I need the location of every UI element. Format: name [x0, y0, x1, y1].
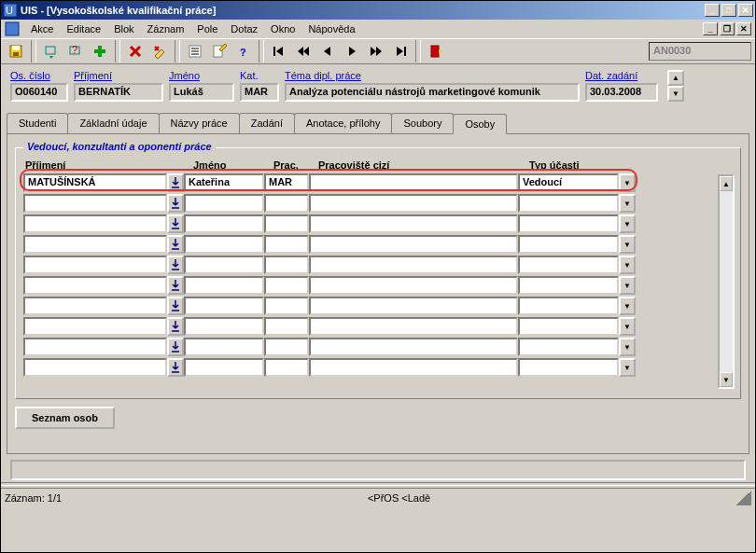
- clear-record-button[interactable]: [148, 40, 171, 62]
- cell-prijmeni[interactable]: MATUŠÍNSKÁ: [23, 173, 167, 192]
- cell-jmeno[interactable]: [184, 194, 264, 213]
- cell-jmeno[interactable]: [184, 317, 264, 336]
- mdi-minimize-button[interactable]: _: [703, 22, 718, 35]
- tab-soubory[interactable]: Soubory: [391, 113, 454, 133]
- tema-label[interactable]: Téma dipl. práce: [285, 70, 580, 81]
- cell-typ-ucasti[interactable]: [518, 338, 619, 356]
- cell-jmeno[interactable]: [184, 276, 264, 295]
- kat-field[interactable]: MAR: [240, 83, 279, 102]
- cell-jmeno[interactable]: [184, 235, 264, 254]
- lookup-prijmeni-button[interactable]: [167, 256, 184, 274]
- cell-prijmeni[interactable]: [23, 214, 167, 233]
- jmeno-label[interactable]: Jméno: [169, 70, 234, 81]
- cell-pracoviste-cizi[interactable]: [309, 194, 518, 213]
- cell-prac[interactable]: [264, 256, 309, 274]
- first-record-button[interactable]: [268, 40, 290, 62]
- query-execute-button[interactable]: ?: [64, 40, 87, 62]
- cell-jmeno[interactable]: [184, 256, 264, 274]
- menu-zaznam[interactable]: Záznam: [142, 21, 190, 36]
- record-down-button[interactable]: ▼: [667, 86, 684, 102]
- cell-jmeno[interactable]: [184, 358, 264, 377]
- mdi-close-button[interactable]: ✕: [736, 22, 751, 35]
- tab-zakladni-udaje[interactable]: Základní údaje: [67, 113, 159, 133]
- menu-blok[interactable]: Blok: [108, 21, 139, 36]
- tab-osoby[interactable]: Osoby: [453, 114, 507, 134]
- menu-okno[interactable]: Okno: [265, 21, 301, 36]
- cell-prac[interactable]: [264, 338, 309, 356]
- tab-nazvy-prace[interactable]: Názvy práce: [159, 113, 240, 133]
- lookup-prijmeni-button[interactable]: [167, 194, 184, 213]
- dropdown-typ-ucasti-button[interactable]: ▼: [619, 173, 636, 192]
- dropdown-typ-ucasti-button[interactable]: ▼: [619, 256, 636, 274]
- resize-grip-icon[interactable]: [736, 491, 751, 505]
- cell-pracoviste-cizi[interactable]: [309, 297, 518, 315]
- query-enter-button[interactable]: [40, 40, 63, 62]
- cell-typ-ucasti[interactable]: [518, 194, 619, 213]
- cell-pracoviste-cizi[interactable]: [309, 256, 518, 274]
- lookup-prijmeni-button[interactable]: [167, 338, 184, 356]
- lookup-prijmeni-button[interactable]: [167, 358, 184, 377]
- grid-scrollbar[interactable]: ▲ ▼: [718, 174, 735, 389]
- dropdown-typ-ucasti-button[interactable]: ▼: [619, 235, 636, 254]
- record-up-button[interactable]: ▲: [667, 70, 684, 86]
- cell-typ-ucasti[interactable]: Vedoucí: [518, 173, 619, 192]
- cell-jmeno[interactable]: [184, 338, 264, 356]
- edit-button[interactable]: [208, 40, 231, 62]
- tema-field[interactable]: Analýza potenciálu nástrojů marketingové…: [285, 83, 580, 102]
- cell-prijmeni[interactable]: [23, 317, 167, 336]
- cell-prac[interactable]: [264, 297, 309, 315]
- cell-prac[interactable]: [264, 194, 309, 213]
- cell-prijmeni[interactable]: [23, 235, 167, 254]
- last-record-button[interactable]: [389, 40, 412, 62]
- list-button[interactable]: [184, 40, 206, 62]
- menu-editace[interactable]: Editace: [61, 21, 106, 36]
- lookup-prijmeni-button[interactable]: [167, 235, 184, 254]
- prev-record-button[interactable]: [316, 40, 339, 62]
- next-block-button[interactable]: [365, 40, 387, 62]
- insert-record-button[interactable]: [89, 40, 111, 62]
- maximize-button[interactable]: □: [721, 4, 736, 17]
- cell-prijmeni[interactable]: [23, 297, 167, 315]
- lookup-prijmeni-button[interactable]: [167, 297, 184, 315]
- prijmeni-field[interactable]: BERNATÍK: [74, 83, 163, 102]
- cell-prac[interactable]: [264, 358, 309, 377]
- prijmeni-label[interactable]: Příjmení: [74, 70, 163, 81]
- cell-prijmeni[interactable]: [23, 194, 167, 213]
- save-button[interactable]: [5, 40, 27, 62]
- lookup-prijmeni-button[interactable]: [167, 173, 184, 192]
- cell-pracoviste-cizi[interactable]: [309, 173, 518, 192]
- cell-prac[interactable]: [264, 317, 309, 336]
- cell-prijmeni[interactable]: [23, 358, 167, 377]
- lookup-prijmeni-button[interactable]: [167, 317, 184, 336]
- cell-prijmeni[interactable]: [23, 256, 167, 274]
- minimize-button[interactable]: _: [705, 4, 720, 17]
- dropdown-typ-ucasti-button[interactable]: ▼: [619, 297, 636, 315]
- cell-prac[interactable]: [264, 235, 309, 254]
- tab-studenti[interactable]: Studenti: [7, 113, 68, 133]
- help-button[interactable]: ?: [232, 40, 255, 62]
- dat-zadani-field[interactable]: 30.03.2008: [585, 83, 658, 102]
- dropdown-typ-ucasti-button[interactable]: ▼: [619, 338, 636, 356]
- cell-pracoviste-cizi[interactable]: [309, 276, 518, 295]
- cell-typ-ucasti[interactable]: [518, 235, 619, 254]
- cell-typ-ucasti[interactable]: [518, 297, 619, 315]
- scroll-track[interactable]: [720, 191, 733, 372]
- cell-prac[interactable]: [264, 276, 309, 295]
- close-button[interactable]: ✕: [738, 4, 753, 17]
- cell-pracoviste-cizi[interactable]: [309, 358, 518, 377]
- exit-button[interactable]: [425, 40, 447, 62]
- lookup-prijmeni-button[interactable]: [167, 276, 184, 295]
- tab-anotace-prilohy[interactable]: Anotace, přílohy: [294, 113, 393, 133]
- os-cislo-label[interactable]: Os. číslo: [10, 70, 68, 81]
- menu-akce[interactable]: Akce: [25, 21, 59, 36]
- scroll-down-button[interactable]: ▼: [720, 372, 733, 387]
- cell-jmeno[interactable]: Kateřina: [184, 173, 264, 192]
- mdi-restore-button[interactable]: ❐: [720, 22, 735, 35]
- jmeno-field[interactable]: Lukáš: [169, 83, 234, 102]
- cell-prac[interactable]: MAR: [264, 173, 309, 192]
- cell-typ-ucasti[interactable]: [518, 317, 619, 336]
- os-cislo-field[interactable]: O060140: [10, 83, 68, 102]
- menu-napoveda[interactable]: Nápověda: [302, 21, 360, 36]
- next-record-button[interactable]: [341, 40, 363, 62]
- dropdown-typ-ucasti-button[interactable]: ▼: [619, 276, 636, 295]
